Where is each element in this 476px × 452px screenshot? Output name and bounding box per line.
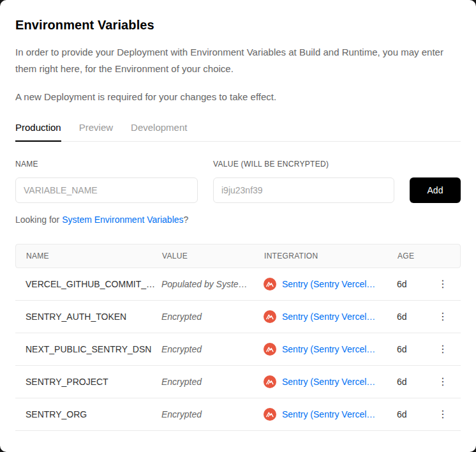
env-var-value: Populated by Syste…: [161, 279, 264, 289]
sentry-icon: [264, 343, 276, 356]
add-button[interactable]: Add: [410, 177, 461, 203]
env-var-value: Encrypted: [161, 344, 264, 354]
row-menu-kebab-icon[interactable]: ⋮: [435, 375, 450, 388]
table-row: NEXT_PUBLIC_SENTRY_DSN Encrypted Sentry …: [15, 333, 461, 366]
sentry-icon: [264, 310, 276, 323]
env-var-value: Encrypted: [161, 377, 264, 387]
env-var-age: 6d: [397, 409, 435, 419]
env-var-integration: Sentry (Sentry Vercel…: [264, 375, 397, 388]
table-row: SENTRY_AUTH_TOKEN Encrypted Sentry (Sent…: [15, 301, 461, 333]
table-header-row: NAME VALUE INTEGRATION AGE: [15, 244, 461, 268]
env-vars-table: NAME VALUE INTEGRATION AGE VERCEL_GITHUB…: [15, 244, 461, 431]
sentry-icon: [264, 278, 276, 290]
env-var-name: SENTRY_ORG: [26, 409, 161, 419]
env-var-name: VERCEL_GITHUB_COMMIT_…: [26, 279, 161, 289]
environment-tabs: Production Preview Development: [15, 119, 461, 142]
table-row: SENTRY_ORG Encrypted Sentry (Sentry Verc…: [15, 398, 461, 431]
env-var-integration: Sentry (Sentry Vercel…: [264, 278, 397, 290]
row-menu-kebab-icon[interactable]: ⋮: [435, 408, 450, 421]
env-var-integration: Sentry (Sentry Vercel…: [264, 408, 397, 421]
integration-link[interactable]: Sentry (Sentry Vercel…: [282, 377, 375, 387]
env-var-value: Encrypted: [161, 409, 264, 419]
environment-variables-panel: Environment Variables In order to provid…: [0, 0, 476, 452]
integration-link[interactable]: Sentry (Sentry Vercel…: [282, 279, 375, 289]
name-field-label: NAME: [15, 160, 198, 169]
system-env-prefix: Looking for: [15, 215, 62, 225]
col-header-value: VALUE: [162, 252, 264, 260]
integration-link[interactable]: Sentry (Sentry Vercel…: [282, 409, 375, 419]
env-var-age: 6d: [397, 279, 435, 289]
sentry-icon: [264, 375, 276, 388]
tab-production[interactable]: Production: [15, 119, 61, 142]
env-var-integration: Sentry (Sentry Vercel…: [264, 310, 397, 323]
value-field-label: VALUE (WILL BE ENCRYPTED): [213, 160, 394, 169]
variable-name-input[interactable]: [15, 177, 198, 203]
integration-link[interactable]: Sentry (Sentry Vercel…: [282, 312, 375, 322]
add-variable-form: Add: [15, 177, 461, 203]
table-row: SENTRY_PROJECT Encrypted Sentry (Sentry …: [15, 366, 461, 398]
row-menu-kebab-icon[interactable]: ⋮: [435, 278, 450, 290]
page-title: Environment Variables: [15, 18, 461, 33]
form-labels: NAME VALUE (WILL BE ENCRYPTED): [15, 160, 461, 169]
col-header-integration: INTEGRATION: [264, 252, 398, 260]
system-env-line: Looking for System Environment Variables…: [15, 215, 461, 225]
variable-value-input[interactable]: [213, 177, 394, 203]
deployment-note: A new Deployment is required for your ch…: [15, 90, 461, 104]
env-var-integration: Sentry (Sentry Vercel…: [264, 343, 397, 356]
page-description: In order to provide your Deployment with…: [15, 44, 449, 77]
integration-link[interactable]: Sentry (Sentry Vercel…: [282, 344, 375, 354]
env-var-name: SENTRY_AUTH_TOKEN: [26, 312, 161, 322]
sentry-icon: [264, 408, 276, 421]
col-header-age: AGE: [398, 252, 435, 260]
table-row: VERCEL_GITHUB_COMMIT_… Populated by Syst…: [15, 268, 461, 301]
table-body: VERCEL_GITHUB_COMMIT_… Populated by Syst…: [15, 268, 461, 431]
tab-development[interactable]: Development: [131, 119, 187, 142]
tab-preview[interactable]: Preview: [79, 119, 113, 142]
env-var-age: 6d: [397, 344, 435, 354]
system-env-variables-link[interactable]: System Environment Variables: [62, 215, 183, 225]
row-menu-kebab-icon[interactable]: ⋮: [435, 310, 450, 323]
row-menu-kebab-icon[interactable]: ⋮: [435, 343, 450, 356]
env-var-age: 6d: [397, 377, 435, 387]
col-header-name: NAME: [26, 252, 162, 260]
env-var-age: 6d: [397, 312, 435, 322]
env-var-value: Encrypted: [161, 312, 264, 322]
env-var-name: SENTRY_PROJECT: [26, 377, 161, 387]
system-env-suffix: ?: [184, 215, 189, 225]
env-var-name: NEXT_PUBLIC_SENTRY_DSN: [26, 344, 161, 354]
